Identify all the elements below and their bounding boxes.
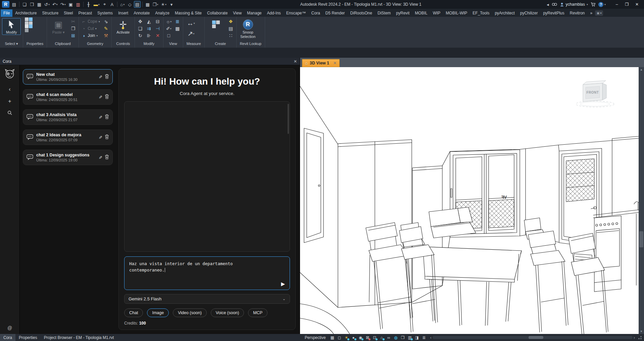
aligned-dimension-icon[interactable]: ╂: [85, 1, 92, 8]
edit-chat-icon[interactable]: ✎: [99, 95, 102, 100]
worksharing-display-icon[interactable]: ▥: [407, 335, 413, 341]
locked-3d-view-icon[interactable]: ⌂: [379, 335, 385, 341]
edit-chat-icon[interactable]: ✎: [99, 75, 102, 80]
back-arrow-icon[interactable]: ◂: [547, 2, 549, 7]
move-icon[interactable]: ✥: [137, 18, 144, 25]
text-icon[interactable]: A: [109, 1, 115, 8]
ribbon-tab-steel[interactable]: Steel: [61, 9, 76, 17]
collapse-panel-button[interactable]: ‹: [9, 86, 10, 92]
horizontal-scroll-thumb[interactable]: [529, 336, 543, 339]
send-button[interactable]: ▶: [281, 281, 285, 287]
rendering-icon[interactable]: ◉: [357, 335, 364, 341]
mode-pill-video-soon-[interactable]: Video (soon): [173, 308, 207, 317]
viewcube[interactable]: FRONT: [576, 81, 614, 107]
model-select[interactable]: Gemini 2.5 Flash ⌄: [124, 294, 290, 304]
delete-chat-icon[interactable]: [105, 94, 109, 100]
view-tab-3d-view-1[interactable]: ⌂ 3D View 1 ✕: [302, 59, 340, 67]
ribbon-tab-distem[interactable]: DiStem: [375, 9, 393, 17]
account-menu[interactable]: ychamblas ▾: [560, 2, 588, 7]
mode-pill-image[interactable]: Image: [147, 308, 169, 317]
lighting-icon[interactable]: ☼▾: [165, 18, 172, 25]
chat-list-item[interactable]: chat 4 scan modelÚltima: 24/09/2025 20:5…: [23, 89, 113, 105]
ribbon-tab-collaborate[interactable]: Collaborate: [204, 9, 230, 17]
displaced-elements-icon[interactable]: ◨: [414, 335, 420, 341]
horizontal-scroll-track[interactable]: [433, 336, 633, 339]
project-browser-icon[interactable]: ▤: [11, 1, 17, 8]
delete-icon[interactable]: ✕: [154, 32, 161, 39]
section-icon[interactable]: ◇: [127, 1, 133, 8]
delete-chat-icon[interactable]: [105, 74, 109, 80]
edit-chat-icon[interactable]: ✎: [99, 135, 102, 140]
edit-chat-icon[interactable]: ✎: [99, 115, 102, 120]
vertical-scroll-thumb[interactable]: [639, 231, 643, 247]
sync-icon[interactable]: ↺▾: [43, 1, 51, 8]
minimize-button[interactable]: –: [612, 1, 622, 8]
ribbon-tab-add-ins[interactable]: Add-Ins: [264, 9, 283, 17]
view-scale[interactable]: Perspective: [301, 335, 329, 340]
reveal-hidden-icon[interactable]: ◍: [393, 335, 399, 341]
edit-chat-icon[interactable]: ✎: [99, 155, 102, 160]
ribbon-tab-architecture[interactable]: Architecture: [12, 9, 39, 17]
delete-chat-icon[interactable]: [105, 114, 109, 120]
visual-style-icon[interactable]: ◻: [336, 335, 343, 341]
mirror-icon[interactable]: ◭: [146, 18, 152, 25]
prompt-input[interactable]: Haz una vista interior de un departament…: [124, 256, 290, 290]
message-history[interactable]: [124, 101, 290, 252]
ribbon-tab-ef-tools[interactable]: EF_Tools: [470, 9, 492, 17]
ribbon-tab-systems[interactable]: Systems: [95, 9, 115, 17]
copy-icon[interactable]: ❐: [70, 25, 77, 32]
search-chats-button[interactable]: [7, 110, 12, 117]
ribbon-tab-structure[interactable]: Structure: [39, 9, 61, 17]
chat-list-item[interactable]: chat 2 Ideas de mejoraÚltima: 22/09/2025…: [23, 130, 113, 145]
ribbon-tab-d5-render[interactable]: D5 Render: [323, 9, 348, 17]
help-menu[interactable]: ? ▾: [598, 2, 606, 7]
cora-panel-titlebar[interactable]: Cora ✕: [0, 58, 300, 65]
ribbon-tab-wip[interactable]: WIP: [430, 9, 443, 17]
align-icon[interactable]: ⊪: [146, 32, 152, 39]
properties-palette-icon[interactable]: [25, 18, 32, 25]
hidden-elements-icon[interactable]: □: [165, 32, 172, 39]
temporary-hide-isolate-icon[interactable]: ∞: [386, 335, 392, 341]
scroll-left-icon[interactable]: ‹: [429, 335, 433, 340]
close-inactive-windows-icon[interactable]: ▩: [144, 1, 151, 8]
ribbon-tab-pyrevit[interactable]: pyRevit: [393, 9, 412, 17]
modify-button[interactable]: Modify: [2, 18, 21, 35]
ribbon-tab-pyrevitplus[interactable]: pyRevitPlus: [540, 9, 567, 17]
ribbon-tab-annotate[interactable]: Annotate: [131, 9, 152, 17]
type-properties-icon[interactable]: [25, 25, 32, 32]
ribbon-tab-massing-site[interactable]: Massing & Site: [172, 9, 204, 17]
revit-logo[interactable]: R: [2, 1, 9, 8]
save-icon[interactable]: ▦: [36, 1, 43, 8]
copy-element-icon[interactable]: ❏: [137, 25, 144, 32]
measure-between-icon[interactable]: ↗▾: [185, 29, 197, 39]
assembly-icon[interactable]: ▤: [228, 25, 234, 32]
panel-tab-properties[interactable]: Properties: [15, 334, 41, 341]
ribbon-tab-dirootsone[interactable]: DiRootsOne: [348, 9, 375, 17]
undo-icon[interactable]: ↶▾: [51, 1, 59, 8]
search-icon[interactable]: [552, 2, 557, 6]
vertical-scrollbar[interactable]: ▲ ▼: [639, 67, 644, 334]
viewcube-front-face[interactable]: FRONT: [587, 91, 599, 94]
export-icon[interactable]: ▥: [75, 1, 82, 8]
detail-level-icon[interactable]: ▦: [329, 335, 336, 341]
component-button[interactable]: [207, 18, 226, 30]
switch-windows-icon[interactable]: ❐▾: [152, 1, 159, 8]
ribbon-tab-enscape-[interactable]: Enscape™: [284, 9, 309, 17]
home-view-icon[interactable]: ⌂▾: [119, 1, 126, 8]
show-crop-icon[interactable]: ⊡: [371, 335, 378, 341]
crop-view-icon[interactable]: ⊠: [364, 335, 371, 341]
pyrevit-tab-icon[interactable]: ▣▾: [595, 10, 603, 16]
ribbon-tab-file[interactable]: File: [1, 9, 12, 17]
thin-lines-icon[interactable]: ▤: [134, 1, 141, 8]
trim-icon[interactable]: ⊣: [154, 25, 161, 32]
scroll-right-icon[interactable]: ›: [633, 335, 636, 340]
split-icon[interactable]: ⊟: [154, 18, 161, 25]
new-file-icon[interactable]: ❏: [21, 1, 28, 8]
ribbon-tab-pychilizer[interactable]: pyChilizer: [517, 9, 541, 17]
temporary-view-properties-icon[interactable]: ❐: [400, 335, 406, 341]
ribbon-tab-overflow[interactable]: »: [589, 9, 594, 17]
qat-customize-icon[interactable]: ▾: [168, 1, 175, 8]
resize-grip[interactable]: [638, 336, 642, 340]
ribbon-tab-view[interactable]: View: [230, 9, 244, 17]
chat-list-item[interactable]: chat 3 Analisis VistaÚltima: 22/09/2025 …: [23, 109, 113, 125]
